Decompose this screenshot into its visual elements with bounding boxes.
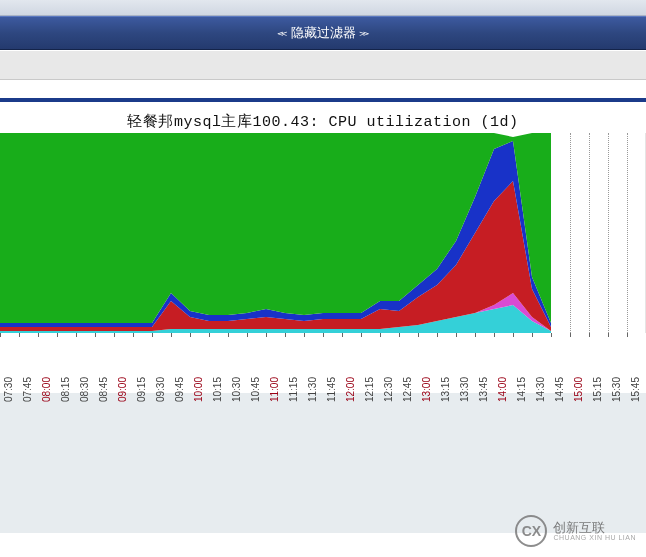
watermark-logo-icon: CX (515, 515, 547, 547)
cpu-chart: 轻餐邦mysql主库100.43: CPU utilization (1d) 0… (0, 112, 646, 393)
x-tick-label: 15:00 (573, 377, 584, 402)
x-tick-label: 14:00 (497, 377, 508, 402)
x-tick-label: 12:15 (364, 377, 375, 402)
chart-title: 轻餐邦mysql主库100.43: CPU utilization (1d) (0, 112, 646, 131)
x-tick-label: 15:15 (592, 377, 603, 402)
filter-content-area (0, 50, 646, 80)
collapse-left-icon: ≪ (277, 22, 287, 44)
x-tick-label: 14:45 (554, 377, 565, 402)
x-tick-label: 14:15 (516, 377, 527, 402)
x-tick-label: 15:30 (611, 377, 622, 402)
watermark: CX 创新互联 CHUANG XIN HU LIAN (515, 515, 636, 547)
x-tick-label: 08:00 (41, 377, 52, 402)
x-tick-label: 09:45 (174, 377, 185, 402)
separator-line (0, 98, 646, 102)
x-tick-label: 13:45 (478, 377, 489, 402)
chart-x-axis: 07:3007:4508:0008:1508:3008:4509:0009:15… (0, 333, 646, 393)
x-tick-label: 07:45 (22, 377, 33, 402)
x-tick-label: 10:45 (250, 377, 261, 402)
chart-plot-area (0, 133, 646, 333)
hide-filter-bar[interactable]: ≪ 隐藏过滤器 ≫ (0, 16, 646, 50)
x-tick-label: 08:30 (79, 377, 90, 402)
x-tick-label: 07:30 (3, 377, 14, 402)
x-tick-label: 12:45 (402, 377, 413, 402)
x-tick-label: 13:15 (440, 377, 451, 402)
collapse-right-icon: ≫ (359, 22, 369, 44)
x-tick-label: 11:30 (307, 377, 318, 402)
watermark-sub: CHUANG XIN HU LIAN (553, 534, 636, 541)
x-tick-label: 08:15 (60, 377, 71, 402)
x-tick-label: 10:00 (193, 377, 204, 402)
window-top-strip (0, 0, 646, 16)
hide-filter-label: 隐藏过滤器 (291, 25, 356, 40)
x-tick-label: 11:45 (326, 377, 337, 402)
x-tick-label: 14:30 (535, 377, 546, 402)
x-tick-label: 11:00 (269, 377, 280, 402)
x-tick-label: 09:00 (117, 377, 128, 402)
x-tick-label: 09:30 (155, 377, 166, 402)
x-tick-label: 10:15 (212, 377, 223, 402)
x-tick-label: 10:30 (231, 377, 242, 402)
x-tick-label: 13:00 (421, 377, 432, 402)
blank-area (0, 393, 646, 533)
x-tick-label: 12:00 (345, 377, 356, 402)
x-tick-label: 08:45 (98, 377, 109, 402)
x-tick-label: 15:45 (630, 377, 641, 402)
x-tick-label: 09:15 (136, 377, 147, 402)
watermark-brand: 创新互联 (553, 521, 636, 535)
chart-series-svg (0, 133, 551, 333)
x-tick-label: 12:30 (383, 377, 394, 402)
chart-future-zone (551, 133, 645, 333)
x-tick-label: 13:30 (459, 377, 470, 402)
x-tick-label: 11:15 (288, 377, 299, 402)
